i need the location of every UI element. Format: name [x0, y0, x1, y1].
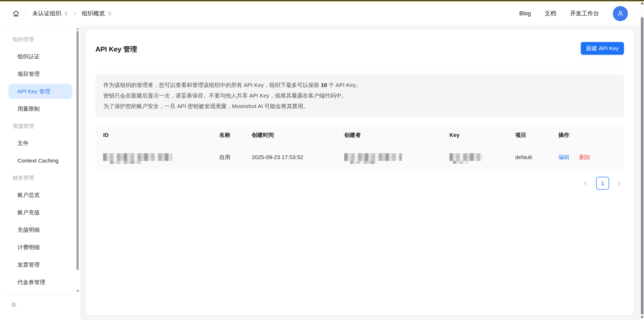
redacted-id-blur	[103, 153, 172, 161]
page-selector-label: 组织概览	[82, 10, 105, 17]
col-header-project: 项目	[507, 131, 550, 139]
sidebar-scrollbar[interactable]	[76, 26, 79, 320]
redacted-creator-blur	[344, 153, 402, 161]
cell-key	[441, 153, 507, 161]
nav-link-dev-console[interactable]: 开发工作台	[570, 10, 599, 17]
scrollbar-down-arrow[interactable]	[641, 316, 643, 318]
column-separator	[211, 130, 211, 140]
col-header-name: 名称	[211, 131, 245, 139]
main-area: API Key 管理 新建 API Key 作为该组织的管理者，您可以查看和管理…	[80, 26, 640, 320]
scroll-up-icon[interactable]	[76, 28, 79, 30]
table-row: 自用 2025-09-23 17:53:52 default 编辑 删除	[95, 145, 624, 169]
sidebar-item-api-key-mgmt[interactable]: API Key 管理	[8, 84, 72, 99]
nav-link-blog[interactable]: Blog	[519, 10, 531, 17]
sidebar-item-recharge-detail[interactable]: 充值明细	[0, 221, 80, 239]
window-accent-strip	[0, 1, 644, 2]
page-title: API Key 管理	[95, 45, 137, 54]
sidebar-item-usage-limit[interactable]: 用量限制	[0, 100, 80, 118]
sidebar-section-org: 组织管理	[0, 31, 80, 48]
page-selector[interactable]: 组织概览	[82, 10, 112, 17]
app-window: 未认证组织 组织概览	[0, 0, 644, 320]
col-header-key: Key	[441, 132, 507, 138]
new-api-key-button[interactable]: 新建 API Key	[581, 42, 624, 55]
sidebar-item-invoice-mgmt[interactable]: 发票管理	[0, 256, 80, 273]
table-header: ID 名称 创建时间 创建者 Key 项目 操作	[95, 125, 624, 145]
delete-link[interactable]: 删除	[579, 154, 590, 161]
sidebar-item-project-mgmt[interactable]: 项目管理	[0, 65, 80, 83]
sidebar-item-voucher-mgmt[interactable]: 代金券管理	[0, 273, 80, 291]
title-divider	[95, 64, 624, 64]
sidebar-item-billing-detail[interactable]: 计费明细	[0, 239, 80, 256]
cell-name: 自用	[211, 154, 245, 161]
user-icon	[617, 10, 624, 17]
column-separator	[336, 130, 337, 140]
col-header-id: ID	[95, 132, 211, 138]
breadcrumb-divider	[26, 10, 26, 17]
sidebar-item-context-caching[interactable]: Context Caching	[0, 152, 80, 169]
column-separator	[550, 130, 551, 140]
sidebar-section-resource: 资源管理	[0, 118, 80, 135]
column-separator	[245, 130, 246, 140]
notice-line-2: 密钥只会在新建后显示一次，请妥善保存。不要与他人共享 API Key，或将其暴露…	[103, 90, 616, 101]
pagination: 1	[583, 177, 623, 190]
sidebar-item-account-overview[interactable]: 账户总览	[0, 186, 80, 204]
next-page-button[interactable]	[616, 180, 623, 187]
sidebar-item-account-recharge[interactable]: 账户充值	[0, 204, 80, 221]
sidebar-section-finance: 财务管理	[0, 169, 80, 186]
notice-line-3: 为了保护您的账户安全，一旦 API 密钥被发现泄露，Moonshot AI 可能…	[103, 101, 616, 112]
cell-creator	[336, 153, 441, 161]
scrollbar-up-arrow[interactable]	[641, 2, 643, 4]
sidebar-nav: 组织管理 组织认证 项目管理 API Key 管理 用量限制 资源管理 文件 C…	[0, 26, 80, 291]
cell-created-at: 2025-09-23 17:53:52	[245, 154, 336, 160]
top-bar: 未认证组织 组织概览	[0, 2, 644, 25]
cell-actions: 编辑 删除	[550, 154, 624, 161]
top-nav: Blog 文档 开发工作台	[519, 6, 628, 21]
chevron-right-icon	[73, 11, 77, 16]
cell-id	[95, 153, 211, 161]
page-number-button[interactable]: 1	[596, 177, 609, 190]
nav-link-docs[interactable]: 文档	[545, 10, 556, 17]
page-scrollbar[interactable]	[640, 0, 644, 320]
notice-box: 作为该组织的管理者，您可以查看和管理该组织中的所有 API Key，组织下最多可…	[95, 74, 624, 117]
column-separator	[507, 130, 507, 140]
col-header-created-at: 创建时间	[245, 131, 336, 139]
avatar[interactable]	[613, 6, 628, 21]
cell-project: default	[507, 154, 550, 160]
page-scrollbar-thumb[interactable]	[641, 17, 643, 315]
api-key-table: ID 名称 创建时间 创建者 Key 项目 操作	[95, 125, 624, 169]
sun-icon[interactable]	[10, 301, 17, 308]
sidebar: 组织管理 组织认证 项目管理 API Key 管理 用量限制 资源管理 文件 C…	[0, 26, 80, 320]
notice-line-1: 作为该组织的管理者，您可以查看和管理该组织中的所有 API Key，组织下最多可…	[103, 80, 616, 90]
col-header-creator: 创建者	[336, 131, 441, 139]
content-card: API Key 管理 新建 API Key 作为该组织的管理者，您可以查看和管理…	[86, 30, 634, 315]
prev-page-button[interactable]	[583, 180, 589, 187]
breadcrumb: 未认证组织 组织概览	[12, 10, 112, 17]
unfold-chevrons-icon	[64, 11, 68, 16]
sidebar-footer-divider	[6, 295, 73, 295]
org-selector[interactable]: 未认证组织	[32, 10, 68, 17]
redacted-key-blur	[449, 153, 483, 161]
sidebar-scrollbar-thumb[interactable]	[76, 31, 79, 270]
org-selector-label: 未认证组织	[32, 10, 61, 17]
sidebar-item-org-auth[interactable]: 组织认证	[0, 48, 80, 65]
unfold-chevrons-icon	[108, 11, 112, 16]
edit-link[interactable]: 编辑	[558, 154, 569, 161]
sidebar-item-files[interactable]: 文件	[0, 135, 80, 152]
home-icon[interactable]	[12, 10, 20, 17]
col-header-actions: 操作	[550, 131, 624, 139]
column-separator	[441, 130, 441, 140]
scroll-down-icon[interactable]	[76, 290, 79, 292]
